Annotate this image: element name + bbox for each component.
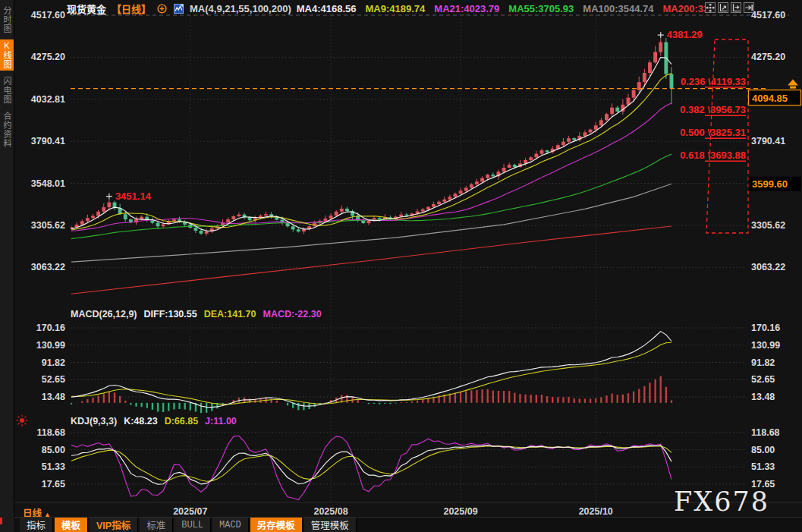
toolbar-tab-BULL[interactable]: BULL (175, 518, 211, 532)
toolbar-tab-模板[interactable]: 模板 (55, 518, 88, 532)
toolbar-tab-MACD[interactable]: MACD (212, 518, 249, 532)
svg-text:0.618 \3693.88: 0.618 \3693.88 (680, 150, 746, 161)
macd-hist-value: MACD:-22.30 (263, 309, 322, 320)
svg-text:2025/07: 2025/07 (173, 506, 207, 517)
fibonacci-overlay[interactable]: 0.236 \4119.330.382 \3956.730.500 \3825.… (680, 39, 748, 233)
svg-text:3305.62: 3305.62 (31, 220, 65, 231)
ma-value: MA21:4023.79 (434, 3, 499, 14)
sidebar: 分时图K线图闪电图合约资料 (0, 0, 14, 532)
left-edge-marker (0, 518, 2, 524)
svg-text:3305.62: 3305.62 (751, 220, 785, 231)
ma-value: MA100:3544.74 (583, 3, 653, 14)
macd-header: MACD(26,12,9) DIFF:130.55 DEA:141.70 MAC… (71, 309, 322, 320)
chart-header: 现货黄金 【日线】 MA(4,9,21,55,100,200) MA4:4168… (67, 2, 709, 15)
svg-text:4517.60: 4517.60 (31, 10, 65, 20)
svg-text:130.99: 130.99 (36, 340, 65, 351)
svg-text:4275.20: 4275.20 (751, 52, 785, 62)
pan-right-icon[interactable] (744, 2, 754, 13)
svg-text:4381.29: 4381.29 (667, 29, 703, 40)
instrument-title: 现货黄金 (67, 2, 106, 16)
kdj-k-value: K:48.23 (124, 416, 157, 427)
chart-type-icon[interactable] (173, 3, 184, 14)
svg-text:170.16: 170.16 (36, 323, 65, 333)
watermark: FX678 (674, 486, 769, 517)
svg-text:52.65: 52.65 (42, 374, 65, 385)
ma-value: MA9:4189.74 (366, 3, 426, 14)
svg-text:0.500 \3825.31: 0.500 \3825.31 (680, 127, 746, 138)
svg-text:3790.41: 3790.41 (31, 136, 65, 146)
svg-text:170.16: 170.16 (751, 323, 780, 333)
sidebar-item-分时图[interactable]: 分时图 (0, 5, 14, 35)
trading-app-window: 4517.604275.204032.813790.413548.013305.… (0, 0, 802, 532)
sidebar-item-合约资料[interactable]: 合约资料 (0, 110, 14, 150)
svg-text:85.00: 85.00 (751, 445, 775, 455)
svg-text:85.00: 85.00 (42, 445, 65, 455)
kdj-header: KDJ(9,3,3) K:48.23 D:66.85 J:11.00 (71, 416, 237, 427)
price-annotations: 3451.144381.29 (106, 29, 703, 202)
svg-text:13.48: 13.48 (42, 392, 65, 402)
kdj-j-value: J:11.00 (205, 416, 237, 427)
svg-text:3548.01: 3548.01 (31, 178, 65, 189)
svg-text:4275.20: 4275.20 (31, 52, 65, 62)
kdj-d-value: D:66.85 (165, 416, 198, 427)
chart-corner-toolbar (705, 2, 754, 13)
svg-text:3790.41: 3790.41 (751, 136, 785, 146)
bottom-toolbar: 指标模板VIP指标标准BULLMACD另存模板管理模板 (14, 517, 802, 532)
add-indicator-icon[interactable] (156, 3, 168, 14)
svg-text:17.65: 17.65 (42, 479, 65, 490)
period-tag: 【日线】 (112, 2, 151, 16)
macd-settings-label: MACD(26,12,9) (71, 309, 137, 320)
ma-values: MA4:4168.56MA9:4189.74MA21:4023.79MA55:3… (297, 3, 709, 14)
toolbar-tab-VIP指标[interactable]: VIP指标 (90, 518, 138, 532)
svg-text:52.65: 52.65 (751, 374, 775, 385)
ma-value: MA200:33 (663, 3, 709, 14)
svg-text:91.82: 91.82 (751, 357, 775, 368)
toolbar-tab-指标[interactable]: 指标 (20, 518, 53, 532)
kdj-settings-label: KDJ(9,3,3) (71, 416, 117, 427)
candlestick-series (70, 38, 674, 236)
recording-indicator-icon (17, 415, 28, 427)
svg-text:2025/10: 2025/10 (579, 506, 613, 517)
macd-dea-value: DEA:141.70 (204, 309, 256, 320)
svg-text:4517.60: 4517.60 (751, 10, 785, 20)
svg-text:130.99: 130.99 (751, 340, 780, 351)
svg-text:91.82: 91.82 (42, 357, 65, 368)
svg-text:118.68: 118.68 (36, 427, 65, 438)
svg-text:3063.22: 3063.22 (751, 262, 785, 272)
svg-text:4094.85: 4094.85 (752, 93, 788, 104)
toolbar-tab-另存模板[interactable]: 另存模板 (250, 518, 303, 532)
svg-text:13.48: 13.48 (751, 392, 775, 402)
svg-text:3451.14: 3451.14 (115, 190, 152, 202)
svg-text:0.382 \3956.73: 0.382 \3956.73 (680, 104, 746, 115)
ma-value: MA55:3705.93 (508, 3, 574, 14)
kdj-pane (71, 436, 671, 499)
axis-zoom-in-icon[interactable] (718, 2, 728, 13)
macd-pane (71, 332, 671, 414)
axis-zoom-out-icon[interactable] (731, 2, 741, 13)
chart-canvas[interactable]: 4517.604275.204032.813790.413548.013305.… (0, 0, 802, 532)
svg-text:2025/09: 2025/09 (443, 506, 477, 517)
svg-text:4032.81: 4032.81 (31, 94, 65, 105)
svg-text:0.236 \4119.33: 0.236 \4119.33 (681, 76, 746, 87)
svg-text:3599.60: 3599.60 (752, 178, 788, 190)
svg-text:2025/08: 2025/08 (313, 506, 348, 517)
ma-settings-label: MA(4,9,21,55,100,200) (190, 3, 291, 14)
move-chart-icon[interactable] (705, 2, 716, 13)
sidebar-item-闪电图[interactable]: 闪电图 (0, 75, 14, 105)
toolbar-tab-管理模板[interactable]: 管理模板 (304, 518, 357, 532)
sidebar-item-K线图[interactable]: K线图 (0, 39, 14, 71)
macd-diff-value: DIFF:130.55 (144, 309, 197, 320)
svg-text:118.68: 118.68 (751, 427, 780, 438)
ma-lines (71, 58, 671, 294)
svg-text:51.33: 51.33 (751, 461, 775, 472)
svg-text:3063.22: 3063.22 (31, 262, 65, 272)
ma-value: MA4:4168.56 (297, 3, 357, 14)
toolbar-tab-标准[interactable]: 标准 (140, 518, 173, 532)
svg-text:51.33: 51.33 (42, 461, 65, 472)
